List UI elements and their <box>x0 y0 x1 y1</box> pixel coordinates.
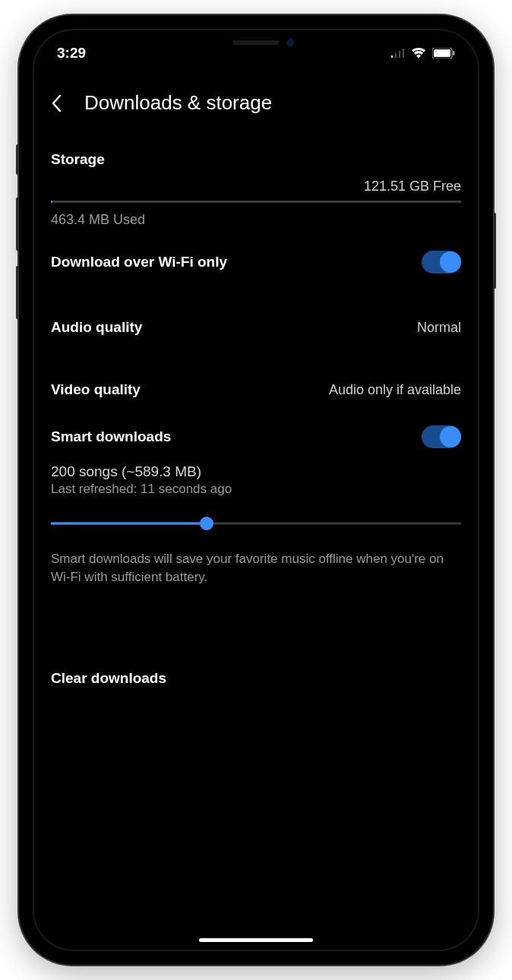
speaker <box>233 40 279 45</box>
slider-thumb <box>200 517 213 530</box>
svg-rect-2 <box>453 51 455 55</box>
status-icons <box>391 48 455 58</box>
back-button[interactable] <box>51 94 62 112</box>
smart-refreshed-text: Last refreshed: 11 seconds ago <box>51 482 461 497</box>
video-quality-value: Audio only if available <box>329 382 461 398</box>
storage-bar-fill <box>51 201 52 203</box>
toggle-knob <box>440 251 461 273</box>
cellular-icon <box>391 49 405 58</box>
svg-rect-1 <box>434 49 450 57</box>
slider-fill <box>51 523 207 525</box>
storage-label: Storage <box>51 151 461 168</box>
smart-songs-text: 200 songs (~589.3 MB) <box>51 463 461 480</box>
wifi-only-row[interactable]: Download over Wi-Fi only <box>51 228 461 296</box>
home-indicator[interactable] <box>199 938 313 942</box>
smart-downloads-description: Smart downloads will save your favorite … <box>51 550 461 586</box>
screen: 3:29 Downloads & storage Storage 121.51 … <box>33 29 479 951</box>
smart-downloads-section: Smart downloads 200 songs (~589.3 MB) La… <box>51 425 461 586</box>
wifi-only-label: Download over Wi-Fi only <box>51 254 227 270</box>
phone-frame: 3:29 Downloads & storage Storage 121.51 … <box>19 15 493 965</box>
toggle-knob <box>440 426 461 447</box>
smart-downloads-head: Smart downloads <box>51 425 461 448</box>
content: Storage 121.51 GB Free 463.4 MB Used Dow… <box>34 151 478 702</box>
header: Downloads & storage <box>34 68 478 130</box>
video-quality-row[interactable]: Video quality Audio only if available <box>51 359 461 421</box>
storage-bar <box>51 201 461 203</box>
power-button <box>493 213 496 289</box>
audio-quality-row[interactable]: Audio quality Normal <box>51 296 461 359</box>
status-time: 3:29 <box>57 45 86 62</box>
notch <box>176 30 336 55</box>
audio-quality-value: Normal <box>417 320 461 336</box>
wifi-only-toggle[interactable] <box>422 251 461 273</box>
storage-free-text: 121.51 GB Free <box>51 179 461 194</box>
storage-used-text: 463.4 MB Used <box>51 212 461 228</box>
chevron-left-icon <box>51 94 62 112</box>
page-title: Downloads & storage <box>84 91 272 115</box>
wifi-icon <box>411 48 426 58</box>
smart-downloads-toggle[interactable] <box>422 425 461 448</box>
battery-icon <box>432 48 455 58</box>
audio-quality-label: Audio quality <box>51 319 142 336</box>
video-quality-label: Video quality <box>51 381 141 398</box>
clear-downloads-row[interactable]: Clear downloads <box>51 655 461 702</box>
smart-downloads-slider[interactable] <box>51 517 461 530</box>
clear-downloads-label: Clear downloads <box>51 670 461 687</box>
smart-downloads-label: Smart downloads <box>51 428 171 445</box>
front-camera <box>286 39 294 46</box>
